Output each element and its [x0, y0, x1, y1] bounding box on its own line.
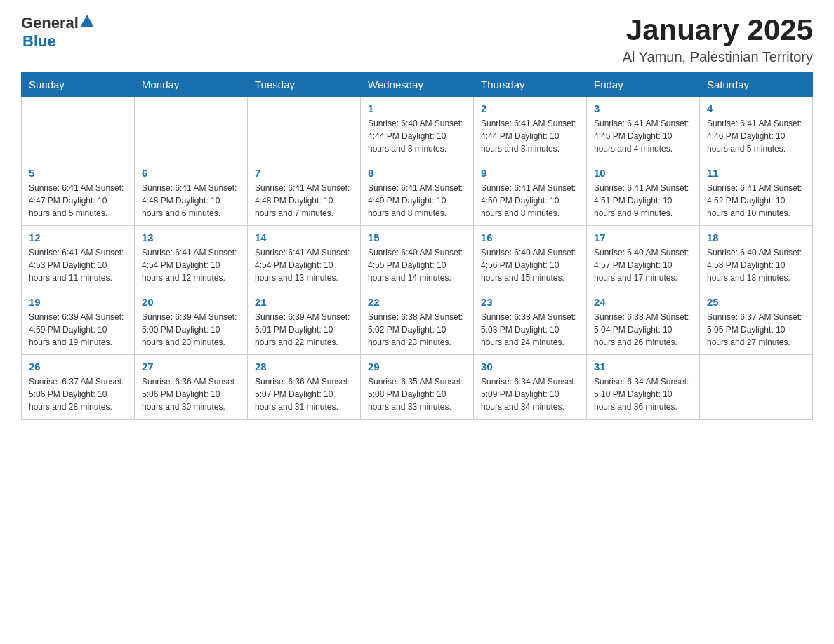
calendar-cell: 25Sunrise: 6:37 AM Sunset: 5:05 PM Dayli…	[700, 290, 813, 355]
day-info: Sunrise: 6:41 AM Sunset: 4:54 PM Dayligh…	[255, 246, 353, 284]
day-number: 29	[368, 361, 466, 373]
calendar-cell: 14Sunrise: 6:41 AM Sunset: 4:54 PM Dayli…	[248, 226, 361, 290]
day-number: 13	[142, 232, 240, 243]
day-info: Sunrise: 6:41 AM Sunset: 4:48 PM Dayligh…	[142, 182, 240, 220]
location-title: Al Yamun, Palestinian Territory	[623, 49, 813, 65]
day-number: 21	[255, 296, 353, 308]
day-number: 12	[29, 232, 127, 243]
weekday-header-tuesday: Tuesday	[248, 73, 361, 97]
logo: General Blue	[21, 14, 94, 51]
calendar-cell	[135, 97, 248, 161]
calendar-cell: 31Sunrise: 6:34 AM Sunset: 5:10 PM Dayli…	[587, 355, 700, 420]
day-info: Sunrise: 6:36 AM Sunset: 5:07 PM Dayligh…	[255, 375, 353, 413]
calendar-cell: 8Sunrise: 6:41 AM Sunset: 4:49 PM Daylig…	[361, 161, 474, 226]
day-number: 15	[368, 232, 466, 243]
calendar-cell: 1Sunrise: 6:40 AM Sunset: 4:44 PM Daylig…	[361, 97, 474, 161]
calendar-week-row: 1Sunrise: 6:40 AM Sunset: 4:44 PM Daylig…	[22, 97, 813, 161]
day-number: 22	[368, 296, 466, 308]
calendar-cell: 4Sunrise: 6:41 AM Sunset: 4:46 PM Daylig…	[700, 97, 813, 161]
calendar-week-row: 12Sunrise: 6:41 AM Sunset: 4:53 PM Dayli…	[22, 226, 813, 290]
day-number: 9	[481, 167, 579, 179]
day-number: 28	[255, 361, 353, 373]
calendar-cell: 15Sunrise: 6:40 AM Sunset: 4:55 PM Dayli…	[361, 226, 474, 290]
day-info: Sunrise: 6:37 AM Sunset: 5:05 PM Dayligh…	[707, 311, 805, 349]
day-info: Sunrise: 6:41 AM Sunset: 4:45 PM Dayligh…	[594, 117, 692, 155]
calendar-cell: 13Sunrise: 6:41 AM Sunset: 4:54 PM Dayli…	[135, 226, 248, 290]
day-number: 30	[481, 361, 579, 373]
day-number: 8	[368, 167, 466, 179]
day-info: Sunrise: 6:41 AM Sunset: 4:51 PM Dayligh…	[594, 182, 692, 220]
calendar-cell: 27Sunrise: 6:36 AM Sunset: 5:06 PM Dayli…	[135, 355, 248, 420]
day-number: 2	[481, 102, 579, 114]
weekday-header-thursday: Thursday	[474, 73, 587, 97]
day-info: Sunrise: 6:39 AM Sunset: 5:00 PM Dayligh…	[142, 311, 240, 349]
calendar-cell: 16Sunrise: 6:40 AM Sunset: 4:56 PM Dayli…	[474, 226, 587, 290]
day-info: Sunrise: 6:39 AM Sunset: 5:01 PM Dayligh…	[255, 311, 353, 349]
day-info: Sunrise: 6:41 AM Sunset: 4:50 PM Dayligh…	[481, 182, 579, 220]
calendar-body: 1Sunrise: 6:40 AM Sunset: 4:44 PM Daylig…	[22, 97, 813, 420]
weekday-header-monday: Monday	[135, 73, 248, 97]
day-info: Sunrise: 6:41 AM Sunset: 4:54 PM Dayligh…	[142, 246, 240, 284]
calendar-cell	[248, 97, 361, 161]
day-number: 11	[707, 167, 805, 179]
day-number: 23	[481, 296, 579, 308]
day-number: 6	[142, 167, 240, 179]
day-info: Sunrise: 6:40 AM Sunset: 4:58 PM Dayligh…	[707, 246, 805, 284]
weekday-header-saturday: Saturday	[700, 73, 813, 97]
calendar-cell: 28Sunrise: 6:36 AM Sunset: 5:07 PM Dayli…	[248, 355, 361, 420]
calendar-cell: 7Sunrise: 6:41 AM Sunset: 4:48 PM Daylig…	[248, 161, 361, 226]
calendar-cell: 3Sunrise: 6:41 AM Sunset: 4:45 PM Daylig…	[587, 97, 700, 161]
day-number: 24	[594, 296, 692, 308]
calendar-cell: 19Sunrise: 6:39 AM Sunset: 4:59 PM Dayli…	[22, 290, 135, 355]
weekday-header-sunday: Sunday	[22, 73, 135, 97]
day-info: Sunrise: 6:34 AM Sunset: 5:10 PM Dayligh…	[594, 375, 692, 413]
calendar-cell	[22, 97, 135, 161]
weekday-header-wednesday: Wednesday	[361, 73, 474, 97]
day-info: Sunrise: 6:40 AM Sunset: 4:56 PM Dayligh…	[481, 246, 579, 284]
logo-triangle-icon	[80, 15, 94, 27]
day-number: 4	[707, 102, 805, 114]
calendar-cell: 10Sunrise: 6:41 AM Sunset: 4:51 PM Dayli…	[587, 161, 700, 226]
day-info: Sunrise: 6:39 AM Sunset: 4:59 PM Dayligh…	[29, 311, 127, 349]
day-number: 27	[142, 361, 240, 373]
calendar-cell: 5Sunrise: 6:41 AM Sunset: 4:47 PM Daylig…	[22, 161, 135, 226]
calendar-week-row: 5Sunrise: 6:41 AM Sunset: 4:47 PM Daylig…	[22, 161, 813, 226]
calendar-cell: 23Sunrise: 6:38 AM Sunset: 5:03 PM Dayli…	[474, 290, 587, 355]
calendar-cell: 11Sunrise: 6:41 AM Sunset: 4:52 PM Dayli…	[700, 161, 813, 226]
month-title: January 2025	[623, 14, 813, 46]
calendar-cell: 29Sunrise: 6:35 AM Sunset: 5:08 PM Dayli…	[361, 355, 474, 420]
day-number: 31	[594, 361, 692, 373]
day-number: 17	[594, 232, 692, 243]
day-info: Sunrise: 6:35 AM Sunset: 5:08 PM Dayligh…	[368, 375, 466, 413]
calendar-cell: 26Sunrise: 6:37 AM Sunset: 5:06 PM Dayli…	[22, 355, 135, 420]
day-info: Sunrise: 6:41 AM Sunset: 4:47 PM Dayligh…	[29, 182, 127, 220]
day-info: Sunrise: 6:41 AM Sunset: 4:53 PM Dayligh…	[29, 246, 127, 284]
day-info: Sunrise: 6:41 AM Sunset: 4:52 PM Dayligh…	[707, 182, 805, 220]
title-section: January 2025 Al Yamun, Palestinian Terri…	[623, 14, 813, 65]
day-number: 25	[707, 296, 805, 308]
weekday-header-row: SundayMondayTuesdayWednesdayThursdayFrid…	[22, 73, 813, 97]
calendar-header: SundayMondayTuesdayWednesdayThursdayFrid…	[22, 73, 813, 97]
calendar-cell: 18Sunrise: 6:40 AM Sunset: 4:58 PM Dayli…	[700, 226, 813, 290]
weekday-header-friday: Friday	[587, 73, 700, 97]
day-number: 26	[29, 361, 127, 373]
calendar-table: SundayMondayTuesdayWednesdayThursdayFrid…	[21, 72, 813, 420]
day-number: 14	[255, 232, 353, 243]
day-info: Sunrise: 6:34 AM Sunset: 5:09 PM Dayligh…	[481, 375, 579, 413]
page-header: General Blue January 2025 Al Yamun, Pale…	[21, 14, 813, 65]
day-number: 20	[142, 296, 240, 308]
calendar-cell: 6Sunrise: 6:41 AM Sunset: 4:48 PM Daylig…	[135, 161, 248, 226]
calendar-cell: 2Sunrise: 6:41 AM Sunset: 4:44 PM Daylig…	[474, 97, 587, 161]
day-number: 19	[29, 296, 127, 308]
day-info: Sunrise: 6:41 AM Sunset: 4:48 PM Dayligh…	[255, 182, 353, 220]
calendar-cell: 30Sunrise: 6:34 AM Sunset: 5:09 PM Dayli…	[474, 355, 587, 420]
calendar-week-row: 19Sunrise: 6:39 AM Sunset: 4:59 PM Dayli…	[22, 290, 813, 355]
day-info: Sunrise: 6:38 AM Sunset: 5:04 PM Dayligh…	[594, 311, 692, 349]
day-number: 18	[707, 232, 805, 243]
day-info: Sunrise: 6:38 AM Sunset: 5:03 PM Dayligh…	[481, 311, 579, 349]
logo-general-text: General	[21, 14, 79, 32]
day-info: Sunrise: 6:36 AM Sunset: 5:06 PM Dayligh…	[142, 375, 240, 413]
calendar-cell: 9Sunrise: 6:41 AM Sunset: 4:50 PM Daylig…	[474, 161, 587, 226]
day-info: Sunrise: 6:38 AM Sunset: 5:02 PM Dayligh…	[368, 311, 466, 349]
day-number: 5	[29, 167, 127, 179]
